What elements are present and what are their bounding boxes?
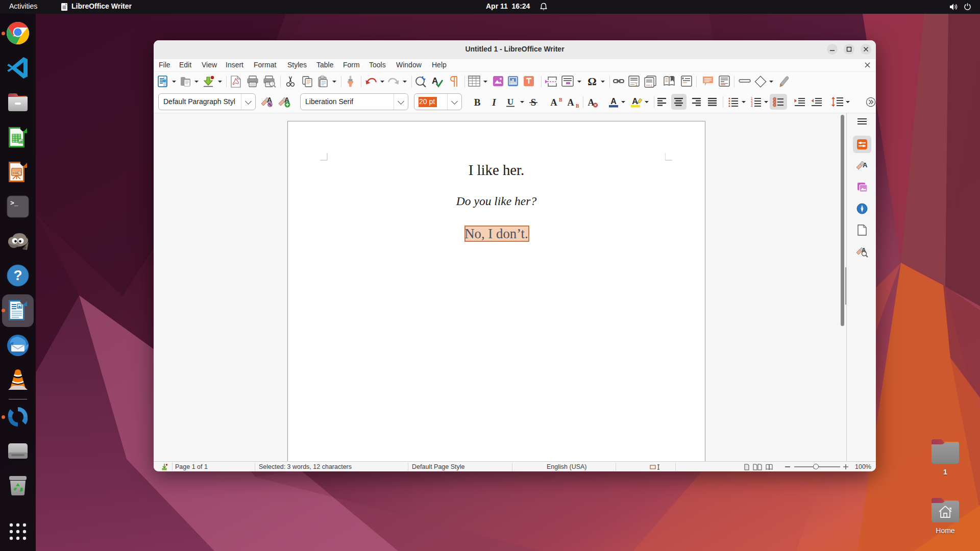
svg-text:A: A [863,161,868,169]
svg-text:A: A [632,97,638,106]
svg-text:Ω: Ω [587,76,597,88]
svg-text:U: U [507,97,513,107]
svg-text:B: B [559,97,562,103]
svg-text:1: 1 [635,83,638,86]
svg-text:A: A [551,97,557,108]
svg-text:B: B [576,103,579,109]
svg-text:>_: >_ [10,199,18,207]
svg-text:A: A [610,97,617,106]
svg-text:I: I [492,97,496,108]
svg-text:B: B [474,97,481,108]
svg-text:?: ? [13,267,22,283]
svg-text:A: A [568,97,574,108]
svg-text:4: 4 [751,104,753,108]
